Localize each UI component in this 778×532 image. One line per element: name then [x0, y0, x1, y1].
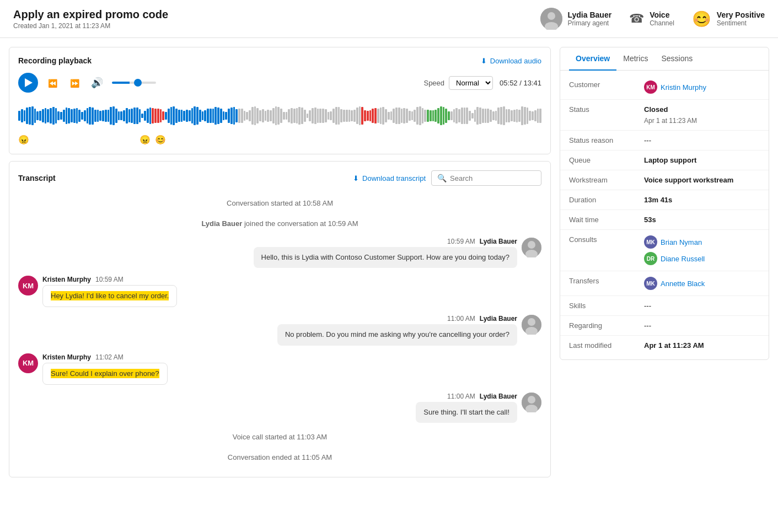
skills-value: --- [644, 302, 651, 310]
queue-row: Queue Laptop support [560, 151, 769, 170]
agent-msg-name-3: Lydia Bauer [480, 393, 517, 400]
transfers-label: Transfers [569, 277, 635, 285]
overview-card: Overview Metrics Sessions Customer KM Kr… [560, 47, 769, 360]
duration-label: Duration [569, 196, 635, 204]
customer-msg-name-1: Kristen Murphy [42, 276, 91, 283]
queue-label: Queue [569, 156, 635, 164]
customer-row: Customer KM Kristin Murphy [560, 75, 769, 100]
svg-point-10 [528, 318, 535, 326]
details-section: Customer KM Kristin Murphy Status Closed [560, 71, 769, 359]
transfer-annette[interactable]: MK Annette Black [644, 277, 705, 290]
agent-avatar-1 [522, 238, 541, 257]
status-label: Status [569, 105, 635, 114]
speed-select[interactable]: Normal 0.5x 0.75x 1.25x 1.5x 2x [449, 76, 493, 90]
agent-name: Lydia Bauer [568, 10, 612, 19]
customer-message-2: KM Kristen Murphy 11:02 AM Sure! Could I… [18, 353, 541, 385]
workstream-label: Workstream [569, 176, 635, 184]
status-date: Apr 1 at 11:23 AM [644, 117, 697, 125]
customer-msg-text-1: Hey Lydia! I'd like to cancel my order. [51, 291, 169, 300]
download-transcript-icon: ⬇ [353, 174, 359, 182]
transfer-annette-avatar: MK [644, 277, 657, 290]
status-reason-value: --- [644, 136, 651, 144]
agent-msg-name-2: Lydia Bauer [480, 315, 517, 323]
status-value: Closed [644, 105, 697, 114]
download-transcript-button[interactable]: ⬇ Download transcript [353, 174, 426, 182]
agent-message-1: Lydia Bauer 10:59 AM Hello, this is Lydi… [18, 238, 541, 268]
wait-time-value: 53s [644, 216, 656, 224]
last-modified-row: Last modified Apr 1 at 11:23 AM [560, 336, 769, 355]
sentiment-angry-marker-2: 😠 [139, 135, 151, 145]
channel-label: Channel [650, 19, 674, 27]
sentiment-icon: 😊 [692, 10, 711, 28]
volume-button[interactable]: 🔊 [89, 74, 105, 91]
regarding-value: --- [644, 321, 651, 330]
status-reason-label: Status reason [569, 136, 635, 144]
waveform[interactable] [18, 99, 541, 132]
agent-msg-time-1: 10:59 AM [447, 238, 475, 245]
agent-avatar-2 [522, 315, 541, 335]
agent-avatar-svg-2 [522, 315, 541, 335]
consult-brian-name: Brian Nyman [661, 238, 702, 246]
agent-info: Lydia Bauer Primary agent [540, 8, 612, 30]
svg-point-1 [548, 12, 555, 20]
svg-point-13 [528, 396, 535, 404]
transcript-title: Transcript [18, 174, 56, 182]
agent-avatar [540, 8, 562, 30]
tab-overview[interactable]: Overview [569, 47, 616, 71]
play-icon [25, 78, 33, 87]
waveform-bars [18, 102, 541, 130]
forward-icon: ⏩ [69, 77, 80, 88]
sentiment-label: Sentiment [717, 19, 765, 27]
search-input[interactable] [450, 174, 535, 182]
consult-brian[interactable]: MK Brian Nyman [644, 235, 705, 249]
tab-metrics[interactable]: Metrics [616, 47, 654, 71]
wait-time-label: Wait time [569, 216, 635, 224]
system-message-1: Conversation started at 10:58 AM [18, 199, 541, 207]
customer-link[interactable]: KM Kristin Murphy [644, 80, 706, 94]
agent-msg-bubble-3: Sure thing. I'll start the call! [416, 402, 517, 423]
system-message-2: Lydia Bauer joined the conversation at 1… [18, 219, 541, 228]
search-box[interactable]: 🔍 [431, 170, 541, 186]
agent-avatar-icon [540, 8, 562, 30]
last-modified-label: Last modified [569, 341, 635, 350]
consult-diane[interactable]: DR Diane Russell [644, 252, 705, 265]
duration-value: 13m 41s [644, 196, 672, 204]
customer-msg-bubble-1: Hey Lydia! I'd like to cancel my order. [42, 285, 177, 307]
volume-slider[interactable] [112, 82, 156, 84]
svg-text:⏪: ⏪ [48, 79, 58, 88]
customer-msg-text-2: Sure! Could I explain over phone? [51, 369, 159, 378]
transfer-annette-name: Annette Black [661, 280, 705, 288]
transcript-card: Transcript ⬇ Download transcript 🔍 [9, 161, 551, 477]
svg-marker-3 [25, 78, 33, 87]
duration-row: Duration 13m 41s [560, 190, 769, 210]
consults-row: Consults MK Brian Nyman DR Diane Russell [560, 230, 769, 271]
last-modified-value: Apr 1 at 11:23 AM [644, 341, 704, 350]
consult-diane-name: Diane Russell [661, 255, 705, 263]
recording-card: Recording playback ⬇ Download audio [9, 47, 551, 154]
agent-message-2: Lydia Bauer 11:00 AM No problem. Do you … [18, 315, 541, 345]
channel-name: Voice [650, 10, 674, 19]
skills-row: Skills --- [560, 296, 769, 316]
workstream-value: Voice support workstream [644, 176, 733, 184]
agent-role: Primary agent [568, 19, 612, 27]
volume-icon: 🔊 [91, 77, 103, 89]
system-message-4: Conversation ended at 11:05 AM [18, 453, 541, 461]
agent-msg-time-2: 11:00 AM [447, 315, 475, 323]
tab-sessions[interactable]: Sessions [654, 47, 699, 71]
consults-label: Consults [569, 235, 635, 244]
search-icon: 🔍 [437, 174, 447, 182]
messages-area: Conversation started at 10:58 AM Lydia B… [18, 192, 541, 468]
rewind-icon: ⏪ [47, 77, 58, 88]
regarding-row: Regarding --- [560, 316, 769, 336]
consult-brian-avatar: MK [644, 235, 657, 249]
agent-avatar-3 [522, 393, 541, 412]
system-message-3: Voice call started at 11:03 AM [18, 433, 541, 441]
channel-info: ☎ Voice Channel [629, 10, 674, 27]
customer-detail-avatar: KM [644, 80, 657, 94]
customer-name: Kristin Murphy [661, 83, 706, 92]
svg-text:⏩: ⏩ [70, 79, 80, 88]
forward-button[interactable]: ⏩ [67, 75, 82, 90]
download-audio-button[interactable]: ⬇ Download audio [481, 57, 541, 65]
play-button[interactable] [18, 73, 38, 93]
rewind-button[interactable]: ⏪ [45, 75, 60, 90]
